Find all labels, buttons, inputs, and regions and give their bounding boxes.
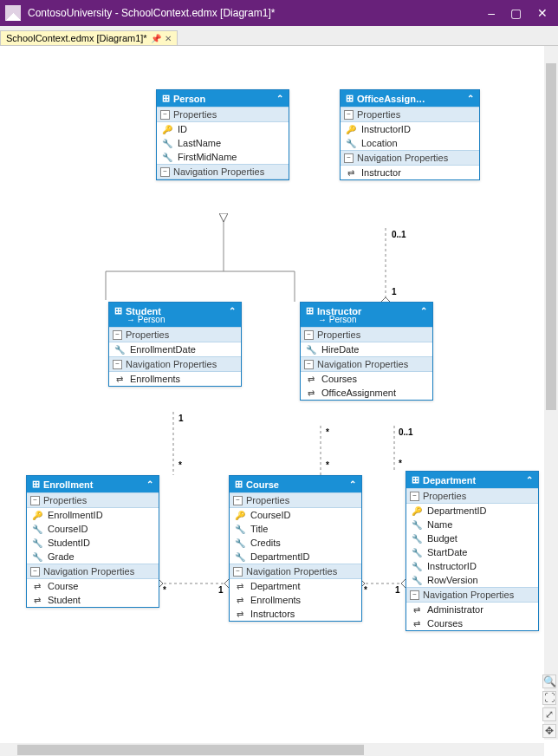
section-properties[interactable]: −Properties (301, 327, 432, 342)
section-navprops[interactable]: −Navigation Properties (341, 150, 479, 166)
section-properties[interactable]: −Properties (109, 327, 241, 342)
navprop-row[interactable]: ⇄Student (27, 593, 159, 607)
zoom-reset-icon[interactable]: ⤢ (542, 707, 556, 721)
entity-course[interactable]: ⊞Course⌃ −Properties 🔑CourseID 🔧Title 🔧C… (229, 475, 362, 622)
entity-instructor[interactable]: ⊞Instructor⌃→ Person −Properties 🔧HireDa… (300, 302, 433, 401)
navprop-row[interactable]: ⇄OfficeAssignment (301, 386, 432, 400)
section-properties[interactable]: −Properties (27, 492, 159, 508)
scrollbar-thumb[interactable] (17, 745, 364, 755)
property-row[interactable]: 🔑InstructorID (341, 122, 479, 136)
property-row[interactable]: 🔧LastName (157, 136, 289, 150)
property-row[interactable]: 🔧Budget (406, 531, 538, 545)
entity-department[interactable]: ⊞Department⌃ −Properties 🔑DepartmentID 🔧… (406, 471, 539, 631)
navprop-row[interactable]: ⇄Instructor (341, 166, 479, 179)
entity-header[interactable]: ⊞Department⌃ (406, 472, 538, 488)
collapse-icon[interactable]: − (304, 360, 314, 369)
vertical-scrollbar[interactable] (544, 46, 558, 740)
collapse-icon[interactable]: − (304, 330, 314, 340)
zoom-fit-icon[interactable]: ⛶ (542, 691, 556, 705)
property-row[interactable]: 🔧Credits (230, 536, 361, 550)
collapse-icon[interactable]: − (410, 590, 419, 600)
property-row[interactable]: 🔧InstructorID (406, 559, 538, 573)
property-row[interactable]: 🔧EnrollmentDate (109, 342, 241, 356)
maximize-button[interactable]: ▢ (510, 6, 522, 20)
entity-officeassignment[interactable]: ⊞OfficeAssign…⌃ −Properties 🔑InstructorI… (340, 89, 480, 180)
collapse-icon[interactable]: − (160, 110, 170, 120)
property-row[interactable]: 🔧Grade (27, 550, 159, 564)
entity-header[interactable]: ⊞OfficeAssign…⌃ (341, 90, 479, 107)
property-row[interactable]: 🔑ID (157, 122, 289, 136)
property-row[interactable]: 🔧StudentID (27, 536, 159, 550)
navprop-row[interactable]: ⇄Courses (406, 616, 538, 630)
chevron-up-icon[interactable]: ⌃ (467, 94, 474, 103)
zoom-in-icon[interactable]: 🔍 (542, 675, 556, 688)
navprop-row[interactable]: ⇄Department (230, 579, 361, 593)
collapse-icon[interactable]: − (344, 110, 354, 120)
nav-icon: ⇄ (412, 605, 422, 615)
entity-header[interactable]: ⊞Course⌃ (230, 476, 361, 492)
entity-header[interactable]: ⊞Student⌃→ Person (109, 303, 241, 327)
entity-header[interactable]: ⊞Instructor⌃→ Person (301, 303, 432, 327)
property-row[interactable]: 🔧HireDate (301, 342, 432, 356)
property-row[interactable]: 🔧RowVersion (406, 573, 538, 587)
collapse-icon[interactable]: − (344, 153, 354, 163)
section-properties[interactable]: −Properties (341, 107, 479, 122)
horizontal-scrollbar[interactable] (0, 743, 544, 756)
navprop-row[interactable]: ⇄Instructors (230, 607, 361, 621)
collapse-icon[interactable]: − (30, 496, 40, 505)
property-row[interactable]: 🔧StartDate (406, 545, 538, 559)
chevron-up-icon[interactable]: ⌃ (420, 306, 427, 316)
wrench-icon: 🔧 (235, 552, 245, 562)
property-row[interactable]: 🔑EnrollmentID (27, 508, 159, 522)
property-row[interactable]: 🔧Title (230, 522, 361, 536)
entity-enrollment[interactable]: ⊞Enrollment⌃ −Properties 🔑EnrollmentID 🔧… (26, 475, 159, 608)
section-navprops[interactable]: −Navigation Properties (109, 356, 241, 372)
entity-header[interactable]: ⊞Enrollment⌃ (27, 476, 159, 492)
chevron-up-icon[interactable]: ⌃ (276, 94, 283, 103)
collapse-icon[interactable]: − (160, 167, 170, 177)
property-row[interactable]: 🔧CourseID (27, 522, 159, 536)
property-row[interactable]: 🔧FirstMidName (157, 150, 289, 164)
section-properties[interactable]: −Properties (406, 488, 538, 504)
chevron-up-icon[interactable]: ⌃ (146, 479, 153, 489)
diagram-canvas[interactable]: 0..1 1 1 * * * 0..1 * * 1 * 1 ⊞Person⌃ −… (0, 46, 558, 756)
collapse-icon[interactable]: − (30, 567, 40, 577)
tab-schoolcontext[interactable]: SchoolContext.edmx [Diagram1]* 📌 ✕ (0, 30, 178, 45)
collapse-icon[interactable]: − (113, 330, 122, 340)
property-row[interactable]: 🔧Name (406, 518, 538, 531)
section-navprops[interactable]: −Navigation Properties (406, 587, 538, 603)
collapse-icon[interactable]: − (233, 496, 243, 505)
scrollbar-thumb[interactable] (546, 63, 556, 410)
navprop-row[interactable]: ⇄Enrollments (230, 593, 361, 607)
nav-icon: ⇄ (306, 388, 316, 398)
navprop-row[interactable]: ⇄Administrator (406, 603, 538, 616)
collapse-icon[interactable]: − (410, 492, 419, 501)
entity-student[interactable]: ⊞Student⌃→ Person −Properties 🔧Enrollmen… (108, 302, 242, 387)
navprop-row[interactable]: ⇄Courses (301, 372, 432, 386)
chevron-up-icon[interactable]: ⌃ (526, 475, 533, 485)
property-row[interactable]: 🔑CourseID (230, 508, 361, 522)
property-row[interactable]: 🔑DepartmentID (406, 504, 538, 518)
entity-person[interactable]: ⊞Person⌃ −Properties 🔑ID 🔧LastName 🔧Firs… (156, 89, 289, 180)
section-navprops[interactable]: −Navigation Properties (230, 564, 361, 579)
navprop-row[interactable]: ⇄Course (27, 579, 159, 593)
navprop-row[interactable]: ⇄Enrollments (109, 372, 241, 386)
section-navprops[interactable]: −Navigation Properties (157, 164, 289, 179)
pan-icon[interactable]: ✥ (542, 724, 556, 738)
chevron-up-icon[interactable]: ⌃ (349, 479, 356, 489)
chevron-up-icon[interactable]: ⌃ (229, 306, 236, 316)
tab-close-icon[interactable]: ✕ (165, 34, 172, 43)
collapse-icon[interactable]: − (233, 567, 243, 577)
section-properties[interactable]: −Properties (157, 107, 289, 122)
section-navprops[interactable]: −Navigation Properties (301, 356, 432, 372)
property-row[interactable]: 🔧Location (341, 136, 479, 150)
entity-header[interactable]: ⊞Person⌃ (157, 90, 289, 107)
pin-icon[interactable]: 📌 (151, 34, 161, 43)
wrench-icon: 🔧 (114, 345, 125, 355)
section-navprops[interactable]: −Navigation Properties (27, 564, 159, 579)
close-button[interactable]: ✕ (537, 6, 548, 20)
minimize-button[interactable]: – (488, 6, 495, 20)
section-properties[interactable]: −Properties (230, 492, 361, 508)
collapse-icon[interactable]: − (113, 360, 122, 369)
property-row[interactable]: 🔧DepartmentID (230, 550, 361, 564)
